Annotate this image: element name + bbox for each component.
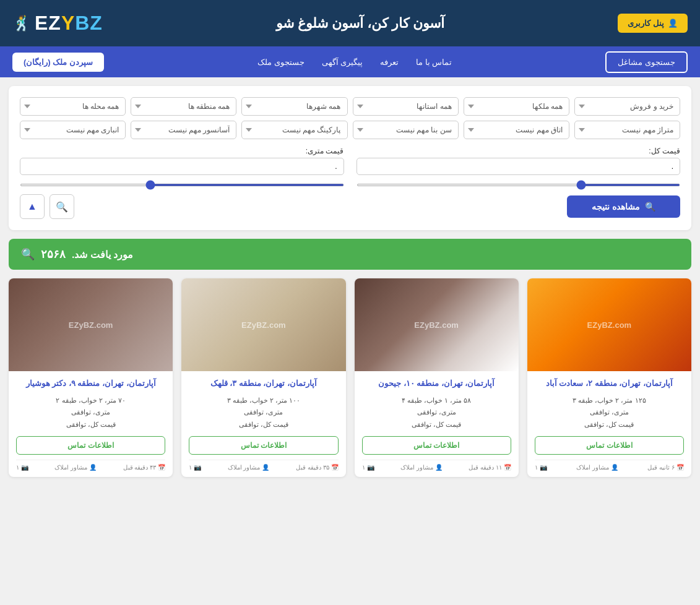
card-body: آپارتمان، تهران، منطقه ۳، قلهک ۱۰۰ متر، … bbox=[181, 371, 345, 477]
search-panel: خرید و فروش همه ملکها همه استانها همه شه… bbox=[9, 86, 691, 230]
logo: EZYBZ 🕺 bbox=[12, 12, 103, 35]
contact-button[interactable]: اطلاعات تماس bbox=[535, 436, 684, 455]
filter-neighborhood[interactable]: همه محله ها bbox=[20, 97, 126, 116]
property-card: EZyBZ.com آپارتمان، تهران، منطقه ۹، دکتر… bbox=[9, 278, 173, 477]
total-price-slider[interactable] bbox=[356, 184, 681, 186]
property-title: آپارتمان، تهران، منطقه ۳، قلهک bbox=[189, 377, 338, 390]
agent-icon: 👤 bbox=[435, 464, 443, 471]
property-card: EZyBZ.com آپارتمان، تهران، منطقه ۳، قلهک… bbox=[181, 278, 345, 477]
logo-ez: EZ bbox=[35, 12, 61, 34]
filter-type[interactable]: خرید و فروش bbox=[574, 97, 680, 116]
agent-icon: 👤 bbox=[89, 464, 97, 471]
contact-button[interactable]: اطلاعات تماس bbox=[362, 436, 511, 455]
search-icon: 🔍 bbox=[56, 201, 68, 213]
camera-icon: 📷 bbox=[367, 464, 374, 471]
camera-icon: 📷 bbox=[540, 464, 547, 471]
photo-count: 📷 ۱ bbox=[189, 464, 201, 471]
nav-item-contact[interactable]: تماس با ما bbox=[413, 49, 454, 75]
logo-figure: 🕺 bbox=[12, 15, 31, 32]
filter-size[interactable]: متراژ مهم نیست bbox=[574, 121, 680, 139]
total-price-input[interactable] bbox=[356, 158, 681, 175]
filter-property-type[interactable]: همه ملکها bbox=[464, 97, 569, 116]
property-title: آپارتمان، تهران، منطقه ۱۰، جیحون bbox=[362, 377, 511, 390]
nav-item-property-search[interactable]: جستجوی ملک bbox=[255, 49, 307, 75]
nav-item-tariff[interactable]: تعرفه bbox=[378, 49, 401, 75]
camera-icon: 📷 bbox=[194, 464, 201, 471]
card-footer: 📅 ۳۵ دقیقه قبل 👤 مشاور املاک 📷 ۱ bbox=[189, 460, 338, 471]
user-icon: 👤 bbox=[668, 19, 678, 28]
submit-property-label: سپردن ملک (رایگان) bbox=[24, 58, 93, 67]
property-image: EZyBZ.com bbox=[9, 278, 173, 371]
filter-city[interactable]: همه شهرها bbox=[241, 97, 347, 116]
view-results-label: مشاهده نتیجه bbox=[592, 202, 640, 212]
search-jobs-button[interactable]: جستجوی مشاغل bbox=[605, 51, 688, 73]
user-panel-button[interactable]: 👤 پنل کاربری bbox=[618, 14, 688, 33]
filter-elevator[interactable]: آسانسور مهم نیست bbox=[131, 121, 236, 139]
agent-icon: 👤 bbox=[611, 464, 618, 471]
card-body: آپارتمان، تهران، منطقه ۹، دکتر هوشیار ۷۰… bbox=[9, 371, 173, 477]
time-ago: 📅 ۳۵ دقیقه قبل bbox=[296, 464, 339, 471]
filter-row-2: متراژ مهم نیست اتاق مهم نیست سن بنا مهم … bbox=[20, 121, 680, 139]
time-ago: 📅 ۴۳ دقیقه قبل bbox=[123, 464, 166, 471]
card-footer: 📅 ۶ ثانیه قبل 👤 مشاور املاک 📷 ۱ bbox=[535, 460, 684, 471]
filter-rooms[interactable]: اتاق مهم نیست bbox=[464, 121, 569, 139]
calendar-icon: 📅 bbox=[331, 464, 339, 471]
camera-icon: 📷 bbox=[21, 464, 28, 471]
results-search-icon: 🔍 bbox=[21, 247, 35, 261]
search-icon: 🔍 bbox=[645, 202, 655, 212]
watermark: EZyBZ.com bbox=[241, 320, 286, 330]
filter-age[interactable]: سن بنا مهم نیست bbox=[353, 121, 459, 139]
chevron-up-icon: ▲ bbox=[27, 201, 37, 212]
filter-region[interactable]: همه منطقه ها bbox=[131, 97, 236, 116]
contact-button[interactable]: اطلاعات تماس bbox=[16, 436, 165, 455]
search-actions: 🔍 مشاهده نتیجه 🔍 ▲ bbox=[20, 194, 680, 219]
search-jobs-label: جستجوی مشاغل bbox=[618, 58, 675, 67]
page-header: 👤 پنل کاربری آسون کار کن، آسون شلوغ شو E… bbox=[0, 0, 700, 46]
search-icon-button[interactable]: 🔍 bbox=[50, 194, 74, 219]
card-footer: 📅 ۴۳ دقیقه قبل 👤 مشاور املاک 📷 ۱ bbox=[16, 460, 165, 471]
results-text: مورد یافت شد. bbox=[72, 249, 133, 260]
agent-info: 👤 مشاور املاک bbox=[400, 464, 443, 471]
price-per-meter-slider[interactable] bbox=[20, 184, 344, 186]
nav-item-tracking[interactable]: پیگیری آگهی bbox=[319, 49, 366, 75]
watermark: EZyBZ.com bbox=[414, 320, 459, 330]
watermark: EZyBZ.com bbox=[69, 320, 113, 330]
property-details: ۱۰۰ متر، ۲ خواب، طبقه ۳ متری، توافقی قیم… bbox=[189, 395, 338, 431]
property-image: EZyBZ.com bbox=[527, 278, 691, 371]
total-price-label: قیمت کل: bbox=[356, 147, 681, 155]
price-per-meter-section: قیمت متری: bbox=[20, 147, 344, 188]
agent-icon: 👤 bbox=[262, 464, 269, 471]
contact-button[interactable]: اطلاعات تماس bbox=[189, 436, 338, 455]
filter-storage[interactable]: انباری مهم نیست bbox=[20, 121, 126, 139]
property-details: ۷۰ متر، ۲ خواب، طبقه ۲ متری، توافقی قیمت… bbox=[16, 395, 165, 431]
property-title: آپارتمان، تهران، منطقه ۹، دکتر هوشیار bbox=[16, 377, 165, 390]
results-bar: مورد یافت شد. ۲۵۶۸ 🔍 bbox=[9, 239, 691, 270]
filter-parking[interactable]: پارکینگ مهم نیست bbox=[241, 121, 347, 139]
user-panel-label: پنل کاربری bbox=[628, 19, 664, 28]
time-ago: 📅 ۱۱ دقیقه قبل bbox=[469, 464, 511, 471]
collapse-button[interactable]: ▲ bbox=[20, 194, 45, 219]
watermark: EZyBZ.com bbox=[587, 320, 632, 330]
calendar-icon: 📅 bbox=[676, 464, 684, 471]
price-per-meter-input[interactable] bbox=[20, 158, 344, 175]
view-results-button[interactable]: 🔍 مشاهده نتیجه bbox=[567, 195, 680, 218]
agent-info: 👤 مشاور املاک bbox=[228, 464, 270, 471]
navbar: جستجوی مشاغل تماس با ما تعرفه پیگیری آگه… bbox=[0, 46, 700, 77]
card-body: آپارتمان، تهران، منطقه ۲، سعادت آباد ۱۲۵… bbox=[527, 371, 691, 477]
photo-count: 📷 ۱ bbox=[362, 464, 374, 471]
logo-bz: BZ bbox=[75, 12, 103, 34]
photo-count: 📷 ۱ bbox=[535, 464, 547, 471]
icon-action-buttons: 🔍 ▲ bbox=[20, 194, 74, 219]
card-body: آپارتمان، تهران، منطقه ۱۰، جیحون ۵۸ متر،… bbox=[355, 371, 519, 477]
results-count: ۲۵۶۸ bbox=[41, 247, 66, 261]
calendar-icon: 📅 bbox=[158, 464, 165, 471]
filter-row-1: خرید و فروش همه ملکها همه استانها همه شه… bbox=[20, 97, 680, 116]
property-details: ۱۲۵ متر، ۲ خواب، طبقه ۳ متری، توافقی قیم… bbox=[535, 395, 684, 431]
property-title: آپارتمان، تهران، منطقه ۲، سعادت آباد bbox=[535, 377, 684, 390]
agent-info: 👤 مشاور املاک bbox=[576, 464, 618, 471]
calendar-icon: 📅 bbox=[504, 464, 511, 471]
price-per-meter-label: قیمت متری: bbox=[20, 147, 344, 155]
submit-property-button[interactable]: سپردن ملک (رایگان) bbox=[12, 53, 104, 72]
property-card: EZyBZ.com آپارتمان، تهران، منطقه ۲، سعاد… bbox=[527, 278, 691, 477]
filter-province[interactable]: همه استانها bbox=[353, 97, 459, 116]
